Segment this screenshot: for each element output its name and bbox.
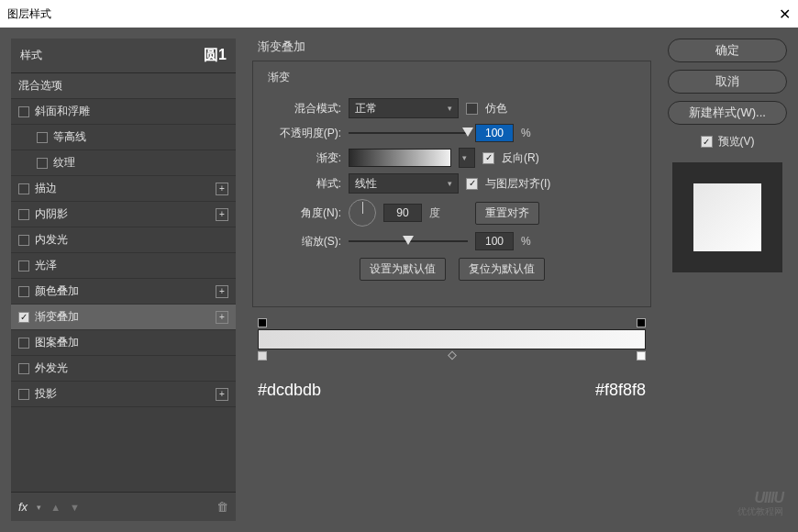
dither-label[interactable]: 仿色 bbox=[485, 101, 507, 116]
styles-sidebar: 样式 圆1 混合选项斜面和浮雕等高线纹理描边+内阴影+内发光光泽颜色叠加+渐变叠… bbox=[11, 39, 236, 521]
style-item-3[interactable]: 纹理 bbox=[11, 150, 236, 176]
opacity-slider[interactable] bbox=[349, 124, 468, 142]
scale-label: 缩放(S): bbox=[264, 234, 341, 249]
opacity-input[interactable]: 100 bbox=[475, 124, 514, 142]
style-item-label: 渐变叠加 bbox=[35, 309, 216, 325]
align-checkbox[interactable] bbox=[466, 178, 478, 190]
style-item-label: 纹理 bbox=[53, 155, 228, 171]
gradient-fieldset: 渐变 混合模式: 正常 ▾ 仿色 不透明度(P): 100 % 渐变: bbox=[252, 61, 651, 307]
style-item-label: 内阴影 bbox=[35, 206, 216, 222]
reset-align-button[interactable]: 重置对齐 bbox=[475, 202, 539, 225]
style-item-7[interactable]: 光泽 bbox=[11, 253, 236, 279]
layer-name: 圆1 bbox=[204, 46, 227, 65]
style-item-0[interactable]: 混合选项 bbox=[11, 73, 236, 99]
style-item-label: 混合选项 bbox=[18, 78, 228, 94]
chevron-down-icon[interactable]: ▾ bbox=[37, 503, 41, 512]
style-checkbox[interactable] bbox=[18, 363, 29, 374]
opacity-stop-right[interactable] bbox=[637, 318, 646, 327]
ok-button[interactable]: 确定 bbox=[668, 39, 787, 62]
preview-checkbox[interactable] bbox=[701, 136, 713, 148]
gradient-label: 渐变: bbox=[264, 150, 341, 166]
dither-checkbox[interactable] bbox=[466, 103, 478, 115]
sidebar-header-label: 样式 bbox=[20, 48, 42, 63]
style-checkbox[interactable] bbox=[18, 209, 29, 220]
scale-unit: % bbox=[521, 235, 531, 248]
panel-title: 渐变叠加 bbox=[252, 39, 651, 55]
window-title: 图层样式 bbox=[7, 6, 51, 22]
blend-mode-label: 混合模式: bbox=[264, 101, 341, 116]
style-item-8[interactable]: 颜色叠加+ bbox=[11, 279, 236, 305]
style-checkbox[interactable] bbox=[18, 183, 29, 194]
reset-default-button[interactable]: 复位为默认值 bbox=[459, 258, 545, 281]
color-stop-left[interactable] bbox=[258, 351, 267, 360]
style-checkbox[interactable] bbox=[18, 235, 29, 246]
style-checkbox[interactable] bbox=[18, 338, 29, 349]
scale-slider[interactable] bbox=[349, 232, 468, 250]
style-label: 样式: bbox=[264, 176, 341, 192]
angle-dial[interactable] bbox=[349, 199, 376, 227]
new-style-button[interactable]: 新建样式(W)... bbox=[668, 101, 787, 125]
plus-icon[interactable]: + bbox=[216, 285, 228, 298]
plus-icon[interactable]: + bbox=[216, 183, 228, 195]
style-item-label: 颜色叠加 bbox=[35, 283, 216, 299]
color-stop-right[interactable] bbox=[637, 351, 646, 360]
right-column: 确定 取消 新建样式(W)... 预览(V) UIIIU 优优教程网 bbox=[668, 39, 787, 521]
main-area: 样式 圆1 混合选项斜面和浮雕等高线纹理描边+内阴影+内发光光泽颜色叠加+渐变叠… bbox=[0, 28, 798, 532]
style-select[interactable]: 线性 ▾ bbox=[349, 173, 459, 194]
preview-swatch bbox=[672, 162, 782, 272]
opacity-stop-left[interactable] bbox=[258, 318, 267, 327]
style-item-label: 内发光 bbox=[35, 232, 228, 248]
plus-icon[interactable]: + bbox=[216, 388, 228, 401]
preview-gradient bbox=[693, 183, 761, 251]
angle-label: 角度(N): bbox=[264, 205, 341, 221]
align-label[interactable]: 与图层对齐(I) bbox=[485, 176, 550, 192]
chevron-down-icon: ▾ bbox=[448, 179, 452, 188]
angle-input[interactable]: 90 bbox=[383, 204, 422, 222]
opacity-unit: % bbox=[521, 127, 531, 139]
blend-mode-select[interactable]: 正常 ▾ bbox=[349, 98, 459, 118]
style-item-label: 外发光 bbox=[35, 360, 228, 376]
reverse-label[interactable]: 反向(R) bbox=[502, 150, 539, 166]
style-item-label: 斜面和浮雕 bbox=[35, 104, 228, 119]
scale-input[interactable]: 100 bbox=[475, 232, 514, 250]
style-item-11[interactable]: 外发光 bbox=[11, 356, 236, 382]
set-default-button[interactable]: 设置为默认值 bbox=[360, 258, 446, 281]
style-item-5[interactable]: 内阴影+ bbox=[11, 202, 236, 227]
gradient-picker[interactable] bbox=[349, 149, 451, 167]
fx-menu-icon[interactable]: fx bbox=[18, 500, 28, 514]
move-up-icon[interactable]: ▲ bbox=[50, 502, 61, 513]
style-checkbox[interactable] bbox=[18, 106, 29, 117]
style-checkbox[interactable] bbox=[18, 260, 29, 272]
style-item-label: 图案叠加 bbox=[35, 335, 228, 350]
style-checkbox[interactable] bbox=[18, 389, 29, 400]
style-item-9[interactable]: 渐变叠加+ bbox=[11, 305, 236, 330]
close-icon[interactable]: ✕ bbox=[779, 6, 791, 23]
style-checkbox[interactable] bbox=[37, 158, 48, 169]
trash-icon[interactable]: 🗑 bbox=[216, 500, 228, 514]
gradient-bar[interactable] bbox=[258, 329, 646, 349]
sidebar-header: 样式 圆1 bbox=[11, 39, 236, 72]
cancel-button[interactable]: 取消 bbox=[668, 70, 787, 94]
style-item-2[interactable]: 等高线 bbox=[11, 125, 236, 150]
settings-panel: 渐变叠加 渐变 混合模式: 正常 ▾ 仿色 不透明度(P): 100 % bbox=[245, 39, 659, 521]
sidebar-footer: fx ▾ ▲ ▼ 🗑 bbox=[11, 492, 236, 521]
plus-icon[interactable]: + bbox=[216, 208, 228, 221]
style-item-1[interactable]: 斜面和浮雕 bbox=[11, 99, 236, 125]
style-checkbox[interactable] bbox=[18, 312, 29, 323]
gradient-dropdown[interactable]: ▾ bbox=[459, 148, 475, 168]
style-item-label: 投影 bbox=[35, 386, 216, 402]
style-checkbox[interactable] bbox=[37, 132, 48, 143]
move-down-icon[interactable]: ▼ bbox=[70, 502, 80, 513]
style-item-10[interactable]: 图案叠加 bbox=[11, 330, 236, 356]
midpoint-icon[interactable] bbox=[448, 351, 457, 360]
color-left-value: #dcdbdb bbox=[258, 381, 321, 400]
plus-icon[interactable]: + bbox=[216, 311, 228, 324]
gradient-editor[interactable] bbox=[258, 316, 646, 371]
style-item-12[interactable]: 投影+ bbox=[11, 382, 236, 407]
preview-label[interactable]: 预览(V) bbox=[718, 134, 755, 150]
style-item-label: 描边 bbox=[35, 181, 216, 196]
style-item-6[interactable]: 内发光 bbox=[11, 227, 236, 253]
reverse-checkbox[interactable] bbox=[482, 152, 494, 164]
style-checkbox[interactable] bbox=[18, 286, 29, 297]
style-item-4[interactable]: 描边+ bbox=[11, 176, 236, 202]
